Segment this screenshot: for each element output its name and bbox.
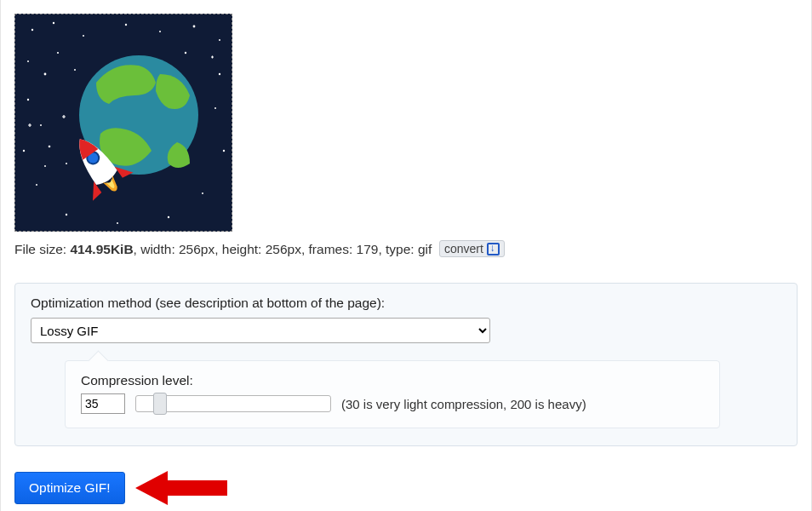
attention-arrow-icon [135,467,229,509]
svg-point-17 [36,184,37,186]
file-type-label: , type: [378,242,418,256]
svg-point-18 [66,214,67,215]
download-icon [487,243,500,256]
convert-button[interactable]: convert [439,240,505,257]
svg-point-3 [83,35,84,37]
svg-point-16 [202,192,203,194]
optimization-method-label: Optimization method (see description at … [31,296,781,311]
file-width-value: 256px [179,242,214,256]
gif-preview [14,14,232,232]
compression-level-label: Compression level: [81,373,704,388]
svg-marker-29 [135,471,227,505]
svg-point-24 [49,146,51,148]
svg-point-10 [27,99,29,100]
compression-subpanel: Compression level: (30 is very light com… [65,360,720,428]
svg-point-26 [44,165,46,167]
compression-level-slider[interactable] [135,395,331,412]
compression-level-input[interactable] [81,393,125,414]
svg-point-11 [40,124,42,126]
slider-handle[interactable] [153,393,167,415]
svg-point-14 [214,107,216,109]
svg-point-5 [159,31,161,32]
file-type-value: gif [418,242,432,256]
file-size-label: File size: [14,242,70,256]
file-size-value: 414.95KiB [70,242,133,256]
svg-point-4 [125,24,127,26]
file-height-label: , height: [214,242,265,256]
options-panel: Optimization method (see description at … [14,283,798,446]
svg-point-13 [219,73,220,75]
file-width-label: , width: [134,242,179,256]
svg-point-9 [44,73,47,76]
svg-point-7 [219,39,220,41]
svg-point-22 [74,69,76,71]
svg-point-12 [23,150,25,152]
file-info: File size: 414.95KiB, width: 256px, heig… [14,240,798,257]
svg-point-23 [185,52,186,54]
svg-point-25 [66,163,67,164]
svg-point-2 [53,22,54,24]
file-height-value: 256px [266,242,301,256]
file-frames-label: , frames: [301,242,357,256]
compression-hint: (30 is very light compression, 200 is he… [341,397,586,411]
svg-point-21 [57,52,59,54]
optimization-method-select[interactable]: Lossy GIF [31,318,490,343]
svg-point-15 [223,150,225,152]
svg-point-8 [27,60,29,62]
optimize-button[interactable]: Optimize GIF! [14,472,125,504]
svg-point-6 [193,26,196,28]
file-frames-value: 179 [357,242,379,256]
optimizer-form: File size: 414.95KiB, width: 256px, heig… [0,0,812,511]
svg-point-19 [117,222,118,224]
svg-point-20 [168,216,169,218]
svg-point-1 [31,29,33,31]
convert-label: convert [444,242,483,256]
